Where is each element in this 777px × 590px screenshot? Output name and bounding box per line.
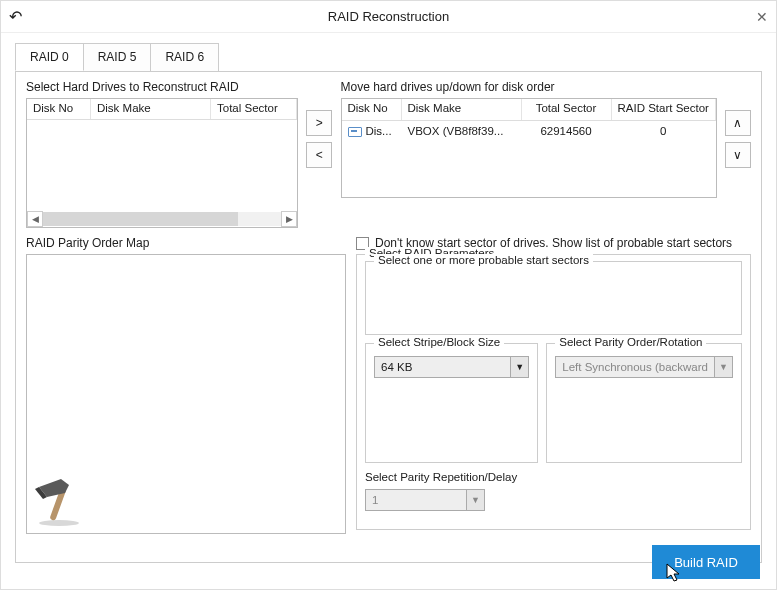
- col-diskmake2[interactable]: Disk Make: [402, 99, 522, 120]
- col-diskno2[interactable]: Disk No: [342, 99, 402, 120]
- dialog-title: RAID Reconstruction: [29, 9, 748, 24]
- row-start: 0: [612, 123, 716, 139]
- disk-icon: [348, 127, 362, 137]
- tabbar: RAID 0 RAID 5 RAID 6: [1, 33, 776, 71]
- col-totalsector2[interactable]: Total Sector: [522, 99, 612, 120]
- source-hscroll[interactable]: ◀ ▶: [27, 211, 297, 227]
- scroll-thumb[interactable]: [43, 212, 238, 226]
- source-drives-body: [27, 120, 297, 211]
- dropdown-arrow-icon: ▼: [714, 357, 732, 377]
- col-totalsector[interactable]: Total Sector: [211, 99, 297, 119]
- chevron-down-icon: ∨: [733, 148, 742, 162]
- stripe-combo[interactable]: 64 KB ▼: [374, 356, 529, 378]
- parity-map-label: RAID Parity Order Map: [26, 236, 346, 250]
- select-drives-label: Select Hard Drives to Reconstruct RAID: [26, 80, 298, 94]
- source-drives-list[interactable]: Disk No Disk Make Total Sector ◀ ▶: [26, 98, 298, 228]
- parity-map-box: [26, 254, 346, 534]
- parity-order-label: Select Parity Order/Rotation: [555, 336, 706, 348]
- rep-value: 1: [366, 494, 466, 506]
- row-make: VBOX (VB8f8f39...: [402, 123, 522, 139]
- chevron-up-icon: ∧: [733, 116, 742, 130]
- hammer-icon: [33, 473, 87, 527]
- tab-raid6[interactable]: RAID 6: [150, 43, 219, 71]
- back-button[interactable]: ↶: [9, 7, 29, 26]
- parity-order-value: Left Synchronous (backward: [556, 361, 714, 373]
- dropdown-arrow-icon: ▼: [510, 357, 528, 377]
- tab-raid0[interactable]: RAID 0: [15, 43, 84, 71]
- move-left-button[interactable]: <: [306, 142, 332, 168]
- move-drives-label: Move hard drives up/down for disk order: [341, 80, 717, 94]
- scroll-left-icon[interactable]: ◀: [27, 211, 43, 227]
- parity-order-combo: Left Synchronous (backward ▼: [555, 356, 733, 378]
- rep-label: Select Parity Repetition/Delay: [365, 471, 742, 483]
- svg-point-0: [39, 520, 79, 526]
- move-up-button[interactable]: ∧: [725, 110, 751, 136]
- tab-raid5[interactable]: RAID 5: [83, 43, 152, 71]
- col-startsector[interactable]: RAID Start Sector: [612, 99, 716, 120]
- build-raid-button[interactable]: Build RAID: [652, 545, 760, 579]
- scroll-right-icon[interactable]: ▶: [281, 211, 297, 227]
- start-sectors-label: Select one or more probable start sector…: [374, 254, 593, 266]
- close-button[interactable]: ✕: [748, 9, 768, 25]
- stripe-value: 64 KB: [375, 361, 510, 373]
- move-down-button[interactable]: ∨: [725, 142, 751, 168]
- chevron-right-icon: >: [316, 116, 323, 130]
- col-diskno[interactable]: Disk No: [27, 99, 91, 119]
- row-diskno: Dis...: [366, 125, 392, 137]
- rep-combo: 1 ▼: [365, 489, 485, 511]
- chevron-left-icon: <: [316, 148, 323, 162]
- dropdown-arrow-icon: ▼: [466, 490, 484, 510]
- col-diskmake[interactable]: Disk Make: [91, 99, 211, 119]
- target-drives-list[interactable]: Disk No Disk Make Total Sector RAID Star…: [341, 98, 717, 198]
- row-total: 62914560: [522, 123, 612, 139]
- stripe-label: Select Stripe/Block Size: [374, 336, 504, 348]
- table-row[interactable]: Dis... VBOX (VB8f8f39... 62914560 0: [342, 121, 716, 141]
- move-right-button[interactable]: >: [306, 110, 332, 136]
